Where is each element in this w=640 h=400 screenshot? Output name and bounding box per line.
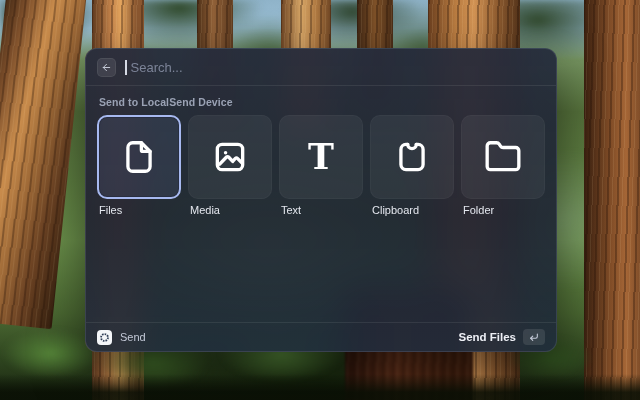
text-icon: T <box>302 138 340 176</box>
tile-label: Media <box>190 204 272 216</box>
forest-floor <box>0 374 640 400</box>
grid-cell-files: Files <box>97 115 181 216</box>
back-button[interactable] <box>97 58 116 77</box>
clipboard-icon <box>393 138 431 176</box>
grid-cell-clipboard: Clipboard <box>370 115 454 216</box>
tile-clipboard[interactable] <box>370 115 454 199</box>
grid-cell-folder: Folder <box>461 115 545 216</box>
empty-results-area <box>97 216 545 322</box>
grid-cell-media: Media <box>188 115 272 216</box>
search-input[interactable]: Search... <box>131 60 183 75</box>
localsend-app-icon <box>97 330 112 345</box>
image-icon <box>211 138 249 176</box>
footer-bar: Send Send Files <box>86 323 556 351</box>
folder-icon <box>484 138 522 176</box>
tile-files[interactable] <box>97 115 181 199</box>
launcher-panel: Search... Send to LocalSend Device Files <box>85 48 557 352</box>
file-icon <box>120 138 158 176</box>
tile-label: Text <box>281 204 363 216</box>
panel-body: Send to LocalSend Device Files <box>86 86 556 322</box>
section-title: Send to LocalSend Device <box>99 96 545 108</box>
tile-label: Files <box>99 204 181 216</box>
return-icon <box>529 332 539 342</box>
primary-action-label[interactable]: Send Files <box>458 331 516 343</box>
grid-cell-text: T Text <box>279 115 363 216</box>
footer-command-name: Send <box>120 331 146 343</box>
command-grid: Files Media T Text <box>97 115 545 216</box>
localsend-logo-icon <box>99 332 110 343</box>
footer-action[interactable]: Send Files <box>458 329 545 345</box>
search-bar: Search... <box>86 49 556 85</box>
tile-label: Folder <box>463 204 545 216</box>
tile-media[interactable] <box>188 115 272 199</box>
text-caret <box>125 60 127 75</box>
return-key-badge[interactable] <box>523 329 545 345</box>
arrow-left-icon <box>101 62 112 73</box>
tile-folder[interactable] <box>461 115 545 199</box>
svg-text:T: T <box>308 138 334 176</box>
tile-text[interactable]: T <box>279 115 363 199</box>
tile-label: Clipboard <box>372 204 454 216</box>
